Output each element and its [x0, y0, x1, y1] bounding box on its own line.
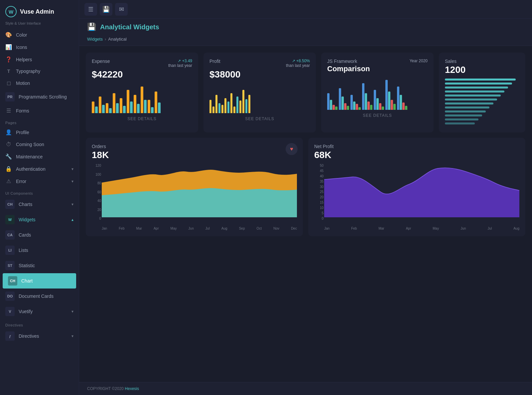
profit-value: $38000 — [209, 69, 310, 80]
sidebar-item-vuetify[interactable]: V Vuetify ▾ — [0, 304, 79, 319]
charts-prefix: CH — [5, 200, 15, 209]
chevron-down-icon: ▾ — [71, 167, 73, 171]
page-header-title: Analytical Widgets — [100, 23, 159, 31]
expense-badge: ↗ +3.49 — [168, 59, 192, 63]
orders-area-svg — [102, 164, 297, 217]
app-title: Vuse Admin — [20, 8, 54, 15]
trend-up-icon: ↗ — [178, 59, 181, 63]
pages-section-label: Pages — [0, 117, 79, 126]
directives-section-label: Directives — [0, 319, 79, 328]
bottom-row: Orders 18K ♥ 120 100 80 60 40 20 0 — [86, 138, 525, 236]
profile-icon: 👤 — [5, 129, 12, 135]
net-profit-x-axis: Jan Feb Mar Apr May Jun Jul Aug — [324, 227, 519, 230]
sidebar-label: Widgets — [19, 217, 67, 222]
expense-title: Expense — [92, 59, 110, 64]
sidebar-item-coming-soon[interactable]: ⏱ Coming Soon — [0, 138, 79, 150]
helpers-icon: ❓ — [5, 56, 12, 63]
sidebar-item-error[interactable]: ⚠ Error ▾ — [0, 175, 79, 187]
maintenance-icon: 🔧 — [5, 153, 12, 160]
sidebar-item-charts[interactable]: CH Charts ▾ — [0, 197, 79, 212]
sidebar-label: Motion — [16, 81, 73, 86]
sidebar-label: Lists — [19, 248, 73, 253]
breadcrumb: Widgets › Analytical — [87, 35, 524, 46]
sidebar-item-forms[interactable]: ☰ Forms — [0, 104, 79, 117]
jsframework-subtitle: Comparison — [327, 65, 370, 73]
expense-see-details[interactable]: SEE DETAILS — [92, 116, 192, 121]
orders-x-axis: Jan Feb Mar Apr May Jun Jul Aug Sep Oct … — [102, 227, 297, 230]
breadcrumb-current: Analytical — [108, 37, 127, 42]
orders-y-axis: 120 100 80 60 40 20 0 — [92, 164, 101, 220]
heart-button[interactable]: ♥ — [286, 143, 298, 155]
menu-button[interactable]: ☰ — [84, 3, 97, 16]
sidebar-item-motion[interactable]: ◻ Motion — [0, 77, 79, 89]
orders-chart: 120 100 80 60 40 20 0 — [92, 164, 297, 230]
message-button[interactable]: ✉ — [115, 3, 128, 16]
orders-value: 18K — [92, 150, 297, 160]
sidebar-label: Chart — [21, 278, 71, 284]
heart-icon: ♥ — [290, 146, 293, 152]
app-subtitle: Style & User Interface — [0, 20, 79, 29]
page-header: 💾 Analytical Widgets Widgets › Analytica… — [79, 19, 532, 46]
profit-see-details[interactable]: SEE DETAILS — [209, 116, 310, 121]
sidebar-item-typography[interactable]: T Typography — [0, 66, 79, 77]
sidebar-label: Vuetify — [19, 309, 67, 314]
sidebar-item-programmatic-scrolling[interactable]: PR Programmatic Scrolling — [0, 89, 79, 104]
sidebar-label: Forms — [16, 108, 73, 113]
sidebar-label: Profile — [16, 130, 73, 135]
profit-title: Profit — [209, 59, 220, 64]
sidebar-item-statistic[interactable]: ST Statistic — [0, 258, 79, 273]
sidebar-item-icons[interactable]: 📊 Icons — [0, 41, 79, 53]
page-header-icon: 💾 — [87, 23, 96, 31]
icons-icon: 📊 — [5, 44, 12, 50]
sidebar-item-maintenance[interactable]: 🔧 Maintenance — [0, 150, 79, 163]
menu-icon: ☰ — [88, 6, 93, 13]
sidebar-item-chart[interactable]: CH Chart — [3, 273, 76, 289]
sidebar-item-color[interactable]: 🎨 Color — [0, 29, 79, 41]
lists-prefix: LI — [5, 246, 15, 255]
sidebar-item-helpers[interactable]: ❓ Helpers — [0, 53, 79, 66]
sidebar-label: Helpers — [16, 57, 73, 62]
sidebar-item-document-cards[interactable]: DO Document Cards — [0, 289, 79, 304]
profit-chart — [209, 83, 310, 113]
cards-prefix: CA — [5, 230, 15, 240]
sidebar-item-lists[interactable]: LI Lists — [0, 243, 79, 258]
net-profit-value: 68K — [314, 150, 519, 160]
sales-title: Sales — [445, 59, 519, 64]
sidebar-label: Programmatic Scrolling — [19, 94, 73, 99]
sidebar-item-widgets[interactable]: W Widgets ▴ — [0, 212, 79, 227]
jsframework-see-details[interactable]: SEE DETAILS — [327, 113, 428, 118]
jsframework-chart — [327, 77, 428, 110]
sales-bars — [445, 79, 519, 124]
sidebar-label: Document Cards — [19, 294, 73, 299]
sidebar-label: Maintenance — [16, 154, 73, 159]
directives-prefix: f — [5, 331, 15, 341]
error-icon: ⚠ — [5, 178, 12, 184]
sidebar-item-directives[interactable]: f Directives ▾ — [0, 328, 79, 344]
auth-icon: 🔒 — [5, 166, 12, 172]
main-content: ☰ 💾 ✉ 💾 Analytical Widgets Widgets › Ana… — [79, 0, 532, 395]
net-profit-y-axis: 50 45 40 35 30 25 20 15 10 5 0 — [314, 164, 324, 220]
footer: COPYRIGHT ©2020 Hexesis — [79, 382, 532, 395]
chevron-down-icon: ▾ — [71, 179, 73, 184]
sidebar-label: Color — [16, 32, 73, 38]
breadcrumb-home[interactable]: Widgets — [87, 37, 103, 42]
sales-value: 1200 — [445, 65, 519, 75]
jsframework-card: JS Framework Comparison Year 2020 — [321, 53, 434, 132]
sidebar-label: Statistic — [19, 263, 73, 268]
save-button[interactable]: 💾 — [100, 3, 112, 16]
orders-title: Orders — [92, 144, 297, 149]
sidebar-item-authentication[interactable]: 🔒 Authentication ▾ — [0, 163, 79, 175]
sidebar-label: Cards — [19, 232, 73, 238]
color-icon: 🎨 — [5, 32, 12, 38]
sidebar-item-profile[interactable]: 👤 Profile — [0, 126, 79, 138]
sidebar-label: Typography — [16, 69, 73, 74]
content-area: Expense ↗ +3.49 than last year $42220 — [79, 46, 532, 382]
ui-section-label: UI Components — [0, 187, 79, 197]
sidebar-item-cards[interactable]: CA Cards — [0, 227, 79, 243]
topbar: ☰ 💾 ✉ — [79, 0, 532, 19]
chevron-down-icon: ▾ — [71, 309, 73, 314]
programmatic-scrolling-prefix: PR — [5, 92, 15, 101]
chart-prefix: CH — [8, 276, 17, 286]
footer-link[interactable]: Hexesis — [125, 386, 139, 391]
jsframework-title: JS Framework — [327, 59, 370, 64]
